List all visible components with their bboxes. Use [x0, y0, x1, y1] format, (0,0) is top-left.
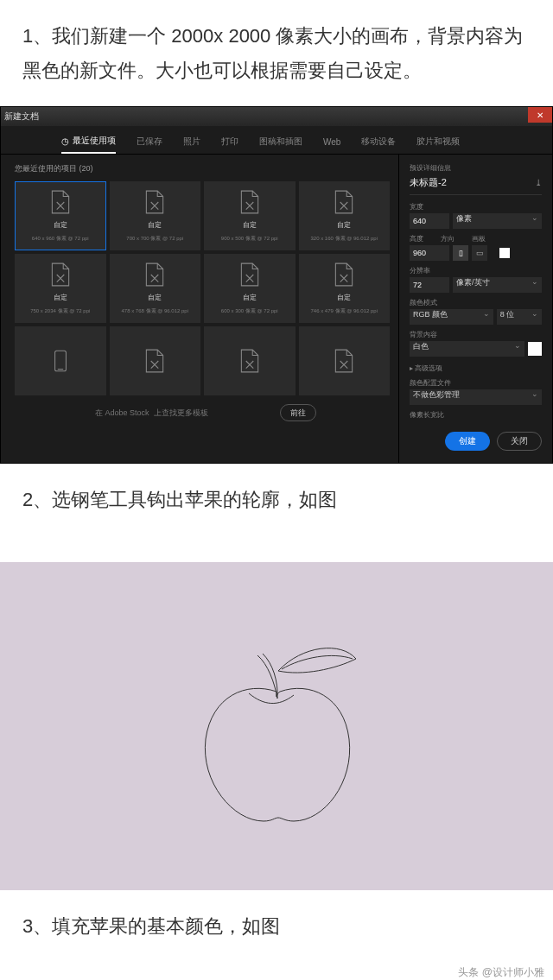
document-icon [143, 189, 166, 215]
preset-item[interactable]: 自定 900 x 500 像素 @ 72 ppi [204, 181, 296, 250]
width-unit-select[interactable]: 像素 [453, 213, 542, 229]
preset-item[interactable] [299, 326, 391, 395]
create-button[interactable]: 创建 [445, 432, 490, 451]
background-label: 背景内容 [410, 330, 542, 339]
orientation-label: 方向 [441, 234, 454, 243]
advanced-toggle[interactable]: ▸ 高级选项 [410, 364, 542, 373]
document-icon [333, 262, 355, 288]
svg-rect-0 [54, 351, 66, 371]
preset-item[interactable]: 自定 640 x 960 像素 @ 72 ppi [15, 181, 106, 250]
width-input[interactable] [410, 213, 449, 229]
article-credit: 头条 @设计师小雅 [0, 962, 553, 980]
document-icon [143, 262, 166, 288]
step3-text: 3、填充苹果的基本颜色，如图 [0, 890, 553, 963]
tab-film[interactable]: 胶片和视频 [416, 132, 460, 153]
tab-mobile[interactable]: 移动设备 [361, 132, 396, 153]
step1-text: 1、我们新建一个 2000x 2000 像素大小的画布，背景内容为黑色的新文件。… [0, 0, 553, 106]
document-icon [238, 262, 261, 288]
artboard-checkbox[interactable] [499, 248, 510, 258]
pixel-aspect-label: 像素长宽比 [410, 410, 542, 420]
tab-photo[interactable]: 照片 [183, 132, 200, 153]
preset-item[interactable]: 自定 320 x 160 像素 @ 96.012 ppi [299, 181, 391, 250]
resolution-input[interactable] [410, 277, 449, 293]
height-input[interactable] [410, 245, 449, 261]
window-titlebar: 新建文档 ✕ [1, 107, 552, 126]
document-icon [333, 348, 355, 374]
document-icon [238, 189, 261, 215]
color-mode-label: 颜色模式 [410, 298, 542, 307]
document-icon [143, 348, 166, 374]
document-icon [238, 348, 261, 374]
save-preset-icon[interactable]: ⤓ [535, 178, 542, 187]
orientation-portrait-icon[interactable]: ▯ [453, 245, 468, 261]
artboard-label: 画板 [472, 234, 486, 243]
width-label: 宽度 [410, 202, 542, 212]
height-label: 高度 [410, 234, 423, 243]
background-swatch[interactable] [528, 342, 542, 356]
tab-saved[interactable]: 已保存 [137, 132, 162, 153]
preset-item[interactable]: 自定 478 x 768 像素 @ 96.012 ppi [110, 254, 201, 323]
step2-text: 2、选钢笔工具钩出苹果的轮廓，如图 [0, 464, 553, 536]
tab-web[interactable]: Web [323, 134, 340, 152]
go-button[interactable]: 前往 [280, 404, 316, 421]
color-profile-select[interactable]: 不做色彩管理 [410, 389, 542, 405]
phone-icon [49, 348, 72, 374]
resolution-unit-select[interactable]: 像素/英寸 [453, 277, 542, 293]
preset-item[interactable]: 自定 700 x 700 像素 @ 72 ppi [110, 181, 201, 250]
document-icon [49, 189, 72, 215]
preset-item[interactable]: 自定 600 x 300 像素 @ 72 ppi [204, 254, 296, 323]
preset-item[interactable] [204, 326, 296, 395]
tab-print[interactable]: 打印 [221, 132, 238, 153]
details-heading: 预设详细信息 [410, 163, 542, 173]
background-select[interactable]: 白色 [410, 341, 524, 357]
clock-icon: ◷ [61, 136, 69, 146]
preset-item[interactable] [110, 326, 201, 395]
preset-item[interactable]: 自定 746 x 479 像素 @ 96.012 ppi [299, 254, 391, 323]
new-document-dialog: 新建文档 ✕ ◷最近使用项 已保存 照片 打印 图稿和插图 Web 移动设备 胶… [0, 106, 553, 464]
preset-details-panel: 预设详细信息 未标题-2 ⤓ 宽度 像素 高度 方向 画板 ▯ [398, 155, 552, 463]
color-mode-select[interactable]: RGB 颜色 [410, 309, 493, 325]
preset-dimensions: 640 x 960 像素 @ 72 ppi [32, 235, 89, 243]
presets-heading: 您最近使用的项目 (20) [15, 163, 390, 174]
apple-outline-svg [164, 614, 389, 838]
document-icon [333, 189, 355, 215]
preset-item[interactable]: 自定 750 x 2034 像素 @ 72 ppi [15, 254, 106, 323]
close-button[interactable]: 关闭 [497, 432, 542, 451]
tab-art[interactable]: 图稿和插图 [259, 132, 302, 153]
apple-outline-canvas [0, 562, 553, 890]
presets-panel: 您最近使用的项目 (20) 自定 640 x 960 像素 @ 72 ppi 自… [1, 155, 398, 463]
window-title: 新建文档 [4, 111, 39, 123]
resolution-label: 分辨率 [410, 266, 542, 275]
document-name-field[interactable]: 未标题-2 ⤓ [410, 176, 542, 195]
document-icon [49, 262, 72, 288]
orientation-landscape-icon[interactable]: ▭ [472, 245, 487, 261]
close-icon[interactable]: ✕ [528, 107, 552, 123]
stock-search-input[interactable] [88, 404, 270, 421]
preset-label: 自定 [54, 220, 67, 230]
tab-recent[interactable]: ◷最近使用项 [61, 131, 116, 154]
bit-depth-select[interactable]: 8 位 [497, 309, 542, 325]
category-tabs: ◷最近使用项 已保存 照片 打印 图稿和插图 Web 移动设备 胶片和视频 [1, 126, 552, 154]
preset-item[interactable] [15, 326, 106, 395]
color-profile-label: 颜色配置文件 [410, 378, 542, 388]
